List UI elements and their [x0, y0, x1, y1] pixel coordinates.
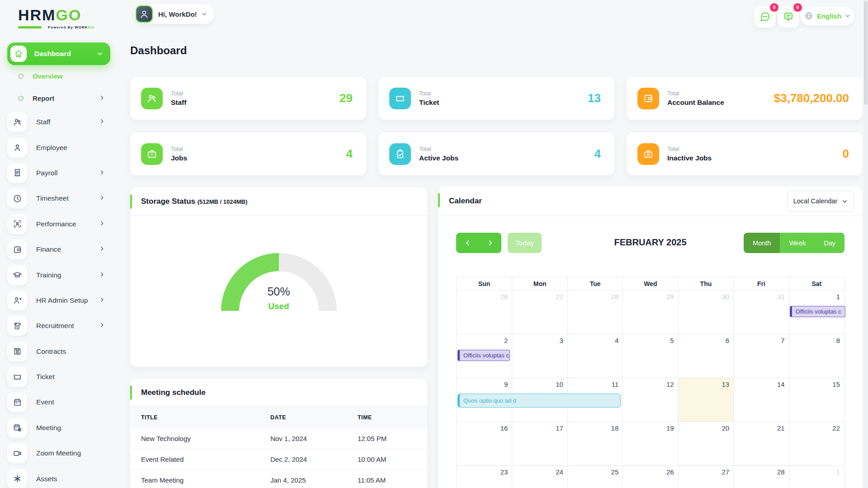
graduation-cap-icon	[7, 265, 27, 285]
calendar-day-cell[interactable]: 16	[457, 422, 512, 465]
sidebar-item-label: Contracts	[36, 347, 105, 356]
meeting-time: 12:05 PM	[358, 435, 427, 442]
calendar-day-cell[interactable]: 30	[678, 291, 733, 334]
sidebar-item-label: Recruitment	[36, 322, 99, 330]
calendar-day-cell[interactable]: 25	[567, 466, 623, 488]
meeting-title: Team Meeting	[130, 476, 270, 484]
calendar-day-cell[interactable]: 19	[623, 422, 678, 465]
user-greeting: Hi, WorkDo!	[158, 10, 197, 18]
calendar-day-cell[interactable]: 28	[567, 291, 623, 334]
calendar-day-cell[interactable]: 31	[733, 291, 788, 334]
app-logo[interactable]: HRMGO Powered By WORKDO	[18, 7, 108, 29]
sidebar-item-label: Performance	[36, 220, 99, 228]
sidebar-item-staff[interactable]: Staff	[0, 109, 118, 135]
stat-card-value: 0	[843, 147, 849, 161]
messages-button[interactable]: 0	[754, 6, 776, 28]
calendar-day-cell[interactable]: 22	[789, 422, 844, 465]
calendar-day-cell[interactable]: 13	[678, 378, 733, 422]
calendar-event[interactable]: Officiis voluptas c	[458, 350, 510, 361]
calendar-grid: SunMonTueWedThuFriSat 2627282930311Offic…	[456, 277, 844, 488]
calendar-day-cell[interactable]: 7	[733, 334, 788, 378]
calendar-day-cell[interactable]: 20	[678, 422, 733, 465]
calendar-view-week[interactable]: Week	[780, 233, 815, 253]
calendar-event[interactable]: Quos optio quo ad d	[458, 394, 621, 408]
meeting-title: Event Related	[130, 455, 270, 463]
calendar-day-cell[interactable]: 14	[733, 378, 788, 422]
calendar-view-day[interactable]: Day	[815, 233, 844, 253]
sidebar-item-report[interactable]: Report	[0, 87, 118, 109]
home-icon	[10, 46, 27, 62]
sidebar-item-overview[interactable]: Overview	[0, 65, 118, 87]
day-header-tue: Tue	[567, 277, 623, 290]
clock-icon	[7, 188, 27, 208]
chat-bubble-dots-icon	[760, 11, 770, 22]
meeting-time: 10:00 AM	[358, 455, 427, 463]
calendar-day-cell[interactable]: 21	[733, 422, 788, 465]
chevron-right-icon	[99, 220, 105, 228]
calendar-day-cell[interactable]: 24	[512, 466, 567, 488]
calendar-day-cell[interactable]: 1	[789, 466, 844, 488]
stat-card-jobs: TotalJobs4	[130, 132, 366, 175]
stat-card-texts: TotalStaff	[171, 90, 340, 107]
calendar-day-cell[interactable]: 26	[457, 291, 512, 334]
meeting-row: New TechnologyNov 1, 202412:05 PM	[130, 428, 427, 449]
sidebar-item-timesheet[interactable]: Timesheet	[0, 186, 118, 211]
sidebar-item-label: Report	[33, 94, 99, 102]
language-selector[interactable]: English	[800, 6, 854, 25]
calendar-day-cell[interactable]: 5	[623, 334, 678, 378]
sidebar-item-meeting[interactable]: Meeting	[0, 415, 118, 441]
sidebar-item-label: HR Admin Setup	[36, 296, 99, 305]
calendar-day-cell[interactable]: 27	[678, 466, 733, 488]
calendar-day-cell[interactable]: 6	[678, 334, 733, 378]
stat-card-label: Jobs	[171, 154, 346, 162]
user-menu[interactable]: Hi, WorkDo!	[134, 4, 214, 24]
stat-card-texts: TotalInactive Jobs	[667, 146, 843, 162]
meeting-schedule-title: Meeting schedule	[141, 388, 206, 397]
sidebar-item-training[interactable]: Training	[0, 262, 118, 287]
calendar-event[interactable]: Officiis voluptas c	[790, 306, 845, 317]
sidebar-item-finance[interactable]: Finance	[0, 237, 118, 262]
calendar-day-cell[interactable]: 18	[567, 422, 623, 465]
stat-card-label: Account Balance	[667, 99, 774, 107]
calendar-day-cell[interactable]: 12	[623, 378, 678, 422]
sidebar-item-contracts[interactable]: Contracts	[0, 339, 118, 364]
calendar-source-select[interactable]: Local Calendar	[788, 191, 854, 211]
calendar-day-cell[interactable]: 28	[733, 466, 788, 488]
sidebar-item-dashboard[interactable]: Dashboard	[7, 42, 110, 65]
storage-title: Storage Status (512MB / 1024MB)	[141, 197, 247, 206]
notifications-button[interactable]: 0	[778, 6, 799, 28]
stat-card-value: $3,780,200.00	[774, 91, 849, 105]
ring-icon	[18, 74, 24, 79]
sidebar-item-assets[interactable]: Assets	[0, 466, 118, 488]
sidebar-item-payroll[interactable]: Payroll	[0, 160, 118, 186]
sidebar-item-recruitment[interactable]: Recruitment	[0, 313, 118, 338]
stat-card-kicker: Total	[419, 146, 594, 152]
chat-square-lines-icon	[783, 11, 794, 22]
sidebar-item-hr-admin-setup[interactable]: HR Admin Setup	[0, 288, 118, 313]
calendar-week-row: 16171819202122	[457, 422, 844, 465]
calendar-day-cell[interactable]: 26	[623, 466, 678, 488]
stat-card-inactive-jobs: TotalInactive Jobs0	[627, 132, 863, 175]
sidebar-item-ticket[interactable]: Ticket	[0, 364, 118, 389]
sidebar-item-performance[interactable]: Performance	[0, 211, 118, 237]
stat-card-label: Inactive Jobs	[667, 154, 843, 162]
stat-card-kicker: Total	[667, 146, 843, 152]
calendar-day-cell[interactable]: 15	[789, 378, 844, 422]
calendar-day-cell[interactable]: 17	[512, 422, 567, 465]
meeting-time: 11:05 AM	[358, 476, 427, 484]
calendar-day-cell[interactable]: 4	[567, 334, 623, 378]
chevron-right-icon	[99, 245, 105, 253]
calendar-day-cell[interactable]: 29	[623, 291, 678, 334]
sidebar-item-zoom-meeting[interactable]: Zoom Meeting	[0, 441, 118, 466]
user-plus-icon	[7, 291, 27, 310]
calendar-day-cell[interactable]: 8	[789, 334, 844, 378]
calendar-day-cell[interactable]: 3	[512, 334, 567, 378]
sidebar-item-employee[interactable]: Employee	[0, 135, 118, 160]
calendar-day-cell[interactable]: 27	[512, 291, 567, 334]
page-scrollbar[interactable]	[863, 0, 868, 488]
sidebar-item-event[interactable]: Event	[0, 389, 118, 415]
ticket-icon	[7, 367, 27, 387]
stat-card-label: Staff	[171, 99, 340, 107]
calendar-day-cell[interactable]: 23	[457, 466, 512, 488]
calendar-view-month[interactable]: Month	[744, 233, 780, 253]
